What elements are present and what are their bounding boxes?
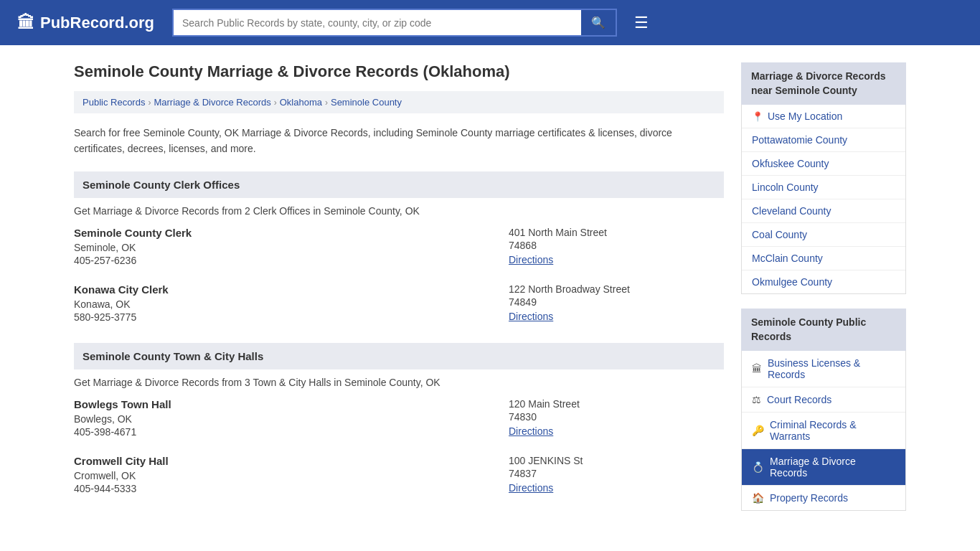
office-phone: 580-925-3775 [74,311,509,323]
city-section-header: Seminole County Town & City Halls [74,343,724,369]
court-records-link[interactable]: ⚖ Court Records [742,387,905,412]
menu-button[interactable]: ☰ [634,14,649,32]
site-header: 🏛 PubRecord.org 🔍 ☰ [0,0,980,45]
list-item[interactable]: Coal County [742,223,905,247]
use-location-link[interactable]: 📍 Use My Location [742,105,905,128]
office-location: Bowlegs, OK [74,413,509,425]
office-name: Cromwell City Hall [74,455,509,467]
list-item[interactable]: Okfuskee County [742,152,905,176]
public-records-list: 🏛 Business Licenses & Records ⚖ Court Re… [741,351,906,511]
logo-text: PubRecord.org [40,14,154,32]
use-location-item[interactable]: 📍 Use My Location [742,105,905,128]
business-licenses-label: Business Licenses & Records [768,357,895,380]
court-icon: ⚖ [752,394,761,405]
list-item[interactable]: Lincoln County [742,176,905,199]
page-description: Search for free Seminole County, OK Marr… [74,125,724,157]
marriage-records-link[interactable]: 💍 Marriage & Divorce Records [742,449,905,485]
breadcrumb-marriage-divorce[interactable]: Marriage & Divorce Records [154,97,270,108]
office-address: 401 North Main Street 74868 Directions [509,227,724,266]
nearby-counties-box: Marriage & Divorce Records near Seminole… [741,62,906,294]
property-records-label: Property Records [770,492,848,504]
office-location: Seminole, OK [74,242,509,253]
directions-link[interactable]: Directions [509,425,553,437]
sidebar: Marriage & Divorce Records near Seminole… [741,62,906,525]
county-link[interactable]: Coal County [742,223,905,246]
city-section-desc: Get Marriage & Divorce Records from 3 To… [74,377,724,388]
public-record-item[interactable]: ⚖ Court Records [742,387,905,413]
county-link[interactable]: Cleveland County [742,199,905,222]
nearby-counties-list: 📍 Use My Location Pottawatomie County Ok… [741,105,906,294]
office-street: 100 JENKINS St [509,455,724,466]
breadcrumb-sep-3: › [325,98,328,108]
page-title: Seminole County Marriage & Divorce Recor… [74,62,724,81]
office-card: Cromwell City Hall Cromwell, OK 405-944-… [74,455,724,494]
office-phone: 405-944-5333 [74,483,509,494]
breadcrumb: Public Records › Marriage & Divorce Reco… [74,91,724,113]
county-link[interactable]: Pottawatomie County [742,128,905,151]
search-input[interactable] [174,10,581,35]
breadcrumb-seminole-county[interactable]: Seminole County [331,97,402,108]
county-link[interactable]: McClain County [742,247,905,270]
directions-link[interactable]: Directions [509,482,553,494]
public-record-item[interactable]: 🏠 Property Records [742,486,905,510]
business-licenses-link[interactable]: 🏛 Business Licenses & Records [742,351,905,387]
office-street: 401 North Main Street [509,227,724,238]
search-bar: 🔍 [172,9,617,37]
public-record-item-active[interactable]: 💍 Marriage & Divorce Records [742,449,905,486]
criminal-icon: 🔑 [752,425,764,436]
search-icon: 🔍 [591,17,606,29]
county-link[interactable]: Okfuskee County [742,152,905,175]
clerk-section-desc: Get Marriage & Divorce Records from 2 Cl… [74,205,724,217]
public-record-item[interactable]: 🔑 Criminal Records & Warrants [742,413,905,449]
office-address: 120 Main Street 74830 Directions [509,398,724,438]
page-wrap: Seminole County Marriage & Divorce Recor… [60,45,920,542]
office-location: Cromwell, OK [74,470,509,481]
office-zip: 74837 [509,468,724,479]
directions-link[interactable]: Directions [509,254,553,265]
breadcrumb-oklahoma[interactable]: Oklahoma [280,97,322,108]
office-card: Konawa City Clerk Konawa, OK 580-925-377… [74,283,724,323]
breadcrumb-sep-2: › [274,98,277,108]
hamburger-icon: ☰ [634,14,649,32]
office-zip: 74849 [509,296,724,308]
list-item[interactable]: Cleveland County [742,199,905,223]
county-link[interactable]: Lincoln County [742,176,905,199]
breadcrumb-public-records[interactable]: Public Records [83,97,145,108]
public-records-title: Seminole County Public Records [741,309,906,351]
public-record-item[interactable]: 🏛 Business Licenses & Records [742,351,905,387]
nearby-counties-title: Marriage & Divorce Records near Seminole… [741,62,906,105]
office-zip: 74868 [509,240,724,251]
list-item[interactable]: Pottawatomie County [742,128,905,152]
marriage-records-label: Marriage & Divorce Records [770,456,895,479]
office-address: 122 North Broadway Street 74849 Directio… [509,283,724,323]
logo[interactable]: 🏛 PubRecord.org [17,13,161,33]
office-street: 122 North Broadway Street [509,283,724,295]
list-item[interactable]: McClain County [742,247,905,270]
property-icon: 🏠 [752,492,764,504]
office-card: Bowlegs Town Hall Bowlegs, OK 405-398-46… [74,398,724,438]
directions-link[interactable]: Directions [509,311,553,322]
property-records-link[interactable]: 🏠 Property Records [742,486,905,510]
city-halls-section: Seminole County Town & City Halls Get Ma… [74,343,724,494]
logo-icon: 🏛 [17,13,34,33]
criminal-records-link[interactable]: 🔑 Criminal Records & Warrants [742,413,905,448]
office-info: Bowlegs Town Hall Bowlegs, OK 405-398-46… [74,398,509,438]
office-location: Konawa, OK [74,298,509,310]
clerk-section-header: Seminole County Clerk Offices [74,171,724,198]
use-location-label: Use My Location [768,110,842,122]
court-records-label: Court Records [767,394,831,405]
office-address: 100 JENKINS St 74837 Directions [509,455,724,494]
office-info: Cromwell City Hall Cromwell, OK 405-944-… [74,455,509,494]
business-icon: 🏛 [752,363,762,375]
public-records-box: Seminole County Public Records 🏛 Busines… [741,309,906,511]
county-link[interactable]: Okmulgee County [742,270,905,293]
office-name: Bowlegs Town Hall [74,398,509,410]
office-info: Seminole County Clerk Seminole, OK 405-2… [74,227,509,266]
list-item[interactable]: Okmulgee County [742,270,905,293]
search-button[interactable]: 🔍 [581,10,616,35]
marriage-icon: 💍 [752,461,764,473]
criminal-records-label: Criminal Records & Warrants [770,419,895,442]
office-phone: 405-398-4671 [74,426,509,438]
office-card: Seminole County Clerk Seminole, OK 405-2… [74,227,724,266]
clerk-offices-section: Seminole County Clerk Offices Get Marria… [74,171,724,323]
